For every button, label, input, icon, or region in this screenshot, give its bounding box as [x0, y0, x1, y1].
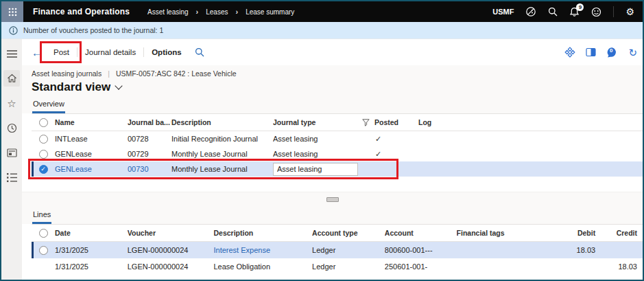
info-icon — [9, 26, 18, 35]
cell-account: 800600-001--- — [385, 246, 457, 254]
post-button[interactable]: Post — [46, 44, 77, 60]
notifications-bell-icon[interactable]: 9 — [569, 7, 580, 17]
overview-tabs: Overview — [22, 95, 643, 113]
checked-circle-icon: ✓ — [39, 165, 48, 174]
table-row-selected[interactable]: ✓ GENLease 00730 Monthly Lease Journal — [32, 161, 643, 177]
app-launcher-button[interactable] — [1, 1, 23, 22]
breadcrumb-item[interactable]: Leases — [206, 8, 228, 16]
lines-grid: Date Voucher Description Account type Ac… — [32, 224, 643, 275]
home-icon[interactable] — [3, 70, 20, 87]
tab-overview[interactable]: Overview — [32, 100, 65, 113]
page-breadcrumb: Asset leasing journals | USMF-0057:ASC 8… — [32, 69, 643, 78]
cell-name-link[interactable]: GENLease — [55, 165, 128, 173]
line-row[interactable]: 1/31/2025 LGEN-000000024 Lease Obligatio… — [32, 258, 643, 275]
cell-batch-link[interactable]: 00730 — [128, 165, 171, 173]
column-header-description[interactable]: Description — [171, 118, 273, 126]
form-caption[interactable]: Asset leasing journals — [32, 69, 102, 78]
side-panel-icon[interactable] — [586, 47, 596, 57]
cell-account-type: Ledger — [312, 262, 385, 271]
cell-date: 1/31/2025 — [55, 246, 128, 254]
message-bar: Number of vouchers posted to the journal… — [1, 22, 643, 39]
action-search-icon[interactable] — [189, 45, 210, 60]
column-header-description[interactable]: Description — [213, 229, 312, 237]
caption-divider: | — [108, 69, 110, 78]
row-checkbox[interactable] — [32, 246, 55, 255]
company-selector[interactable]: USMF — [492, 8, 514, 16]
column-header-debit[interactable]: Debit — [559, 229, 597, 237]
overview-grid: Name Journal ba... ↑ Description Journal… — [32, 113, 643, 192]
cell-voucher: LGEN-000000024 — [128, 262, 214, 271]
refresh-icon[interactable]: ↻ — [628, 47, 637, 58]
column-header-credit[interactable]: Credit — [597, 229, 643, 237]
lines-grid-header: Date Voucher Description Account type Ac… — [32, 225, 643, 242]
grid-empty-space — [32, 177, 643, 192]
column-header-account-type[interactable]: Account type — [312, 229, 385, 237]
app-title[interactable]: Finance and Operations — [23, 7, 147, 16]
tab-lines[interactable]: Lines — [32, 210, 51, 224]
journal-type-input[interactable] — [273, 163, 358, 176]
row-checkbox-checked[interactable]: ✓ — [32, 165, 55, 174]
favorites-star-icon[interactable]: ☆ — [3, 95, 20, 111]
messages-bubble-icon[interactable]: 0 — [606, 47, 618, 58]
feedback-smiley-icon[interactable] — [591, 7, 601, 17]
nav-rail: ☆ — [1, 39, 22, 280]
breadcrumb-item[interactable]: Asset leasing — [147, 8, 188, 16]
message-bar-text: Number of vouchers posted to the journal… — [23, 26, 163, 34]
row-checkbox[interactable] — [32, 135, 55, 144]
column-header-posted[interactable]: Posted — [362, 118, 409, 126]
top-navigation-bar: Finance and Operations Asset leasing › L… — [1, 1, 643, 22]
column-header-date[interactable]: Date — [55, 229, 128, 237]
modules-list-icon[interactable] — [3, 169, 20, 186]
page-header: Asset leasing journals | USMF-0057:ASC 8… — [22, 65, 643, 95]
post-button-label: Post — [53, 48, 69, 56]
view-title: Standard view — [32, 80, 110, 94]
table-row[interactable]: GENLease 00729 Monthly Lease Journal Ass… — [32, 146, 643, 161]
splitter-handle-icon[interactable] — [326, 197, 339, 202]
cell-journal-type — [273, 163, 362, 176]
search-icon[interactable] — [548, 7, 558, 16]
action-bar: ← Post Journal details Options — [22, 39, 643, 65]
action-bar-right: 0 ↻ — [564, 47, 643, 58]
hamburger-menu-icon[interactable] — [3, 45, 20, 62]
column-header-journal-batch[interactable]: Journal ba... ↑ — [128, 118, 171, 126]
select-all-checkbox[interactable] — [32, 229, 55, 238]
row-checkbox[interactable] — [32, 262, 55, 271]
recent-clock-icon[interactable] — [3, 120, 20, 136]
cell-batch: 00729 — [128, 150, 171, 158]
row-checkbox[interactable] — [32, 150, 55, 159]
column-header-name[interactable]: Name — [55, 118, 128, 126]
body: ☆ ← Post Journal details — [1, 39, 643, 280]
cell-description-link[interactable]: Interest Expense — [213, 246, 312, 254]
back-arrow-icon[interactable]: ← — [32, 47, 46, 58]
cell-batch: 00728 — [128, 135, 171, 143]
attachments-diamond-icon[interactable] — [564, 47, 575, 58]
options-menu[interactable]: Options — [144, 44, 189, 60]
table-row[interactable]: INTLease 00728 Initial Recognition Journ… — [32, 131, 643, 146]
view-selector[interactable]: Standard view — [32, 79, 121, 95]
posted-check-icon: ✓ — [362, 135, 409, 144]
cell-description: Monthly Lease Journal — [171, 150, 273, 158]
cell-description: Lease Obligation — [213, 262, 312, 271]
column-header-label: Posted — [374, 118, 398, 126]
cell-credit: 18.03 — [597, 262, 643, 271]
posted-check-icon: ✓ — [362, 150, 409, 159]
waffle-icon — [8, 8, 17, 16]
contrast-theme-icon[interactable] — [525, 6, 536, 17]
journal-details-button[interactable]: Journal details — [77, 44, 143, 60]
chevron-right-icon: › — [236, 8, 239, 16]
notification-count-badge: 9 — [576, 3, 584, 11]
line-row-highlighted[interactable]: 1/31/2025 LGEN-000000024 Interest Expens… — [32, 242, 643, 258]
column-header-voucher[interactable]: Voucher — [128, 229, 214, 237]
column-header-log[interactable]: Log — [409, 118, 464, 126]
filter-funnel-icon — [362, 119, 370, 126]
column-header-financial-tags[interactable]: Financial tags — [457, 229, 560, 237]
column-header-journal-type[interactable]: Journal type — [273, 118, 362, 126]
select-all-checkbox[interactable] — [32, 118, 55, 127]
breadcrumb-item[interactable]: Lease summary — [246, 8, 294, 16]
cell-journal-type: Asset leasing — [273, 135, 362, 143]
column-header-account[interactable]: Account — [385, 229, 457, 237]
workspaces-icon[interactable] — [3, 144, 20, 161]
chevron-down-icon — [115, 82, 123, 89]
grid-splitter — [22, 192, 643, 206]
settings-gear-icon[interactable]: ⚙ — [625, 7, 634, 16]
